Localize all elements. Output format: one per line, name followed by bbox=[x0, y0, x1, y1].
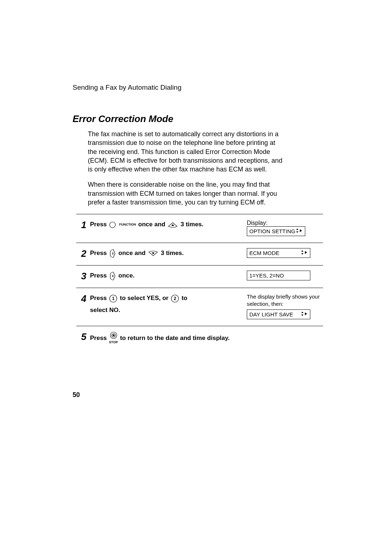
press-label: Press bbox=[90, 271, 107, 281]
step-5-instruction: Press STOP to return to the date and tim… bbox=[90, 331, 230, 345]
text-3-times: 3 times. bbox=[180, 219, 203, 230]
right-arrow-key-icon bbox=[109, 248, 116, 259]
keypad-2-icon: 2 bbox=[171, 294, 179, 303]
lcd-display: DAY LIGHT SAVE bbox=[247, 309, 310, 319]
lcd-display: ECM MODE bbox=[247, 248, 310, 258]
svg-point-9 bbox=[113, 335, 114, 336]
svg-text:1: 1 bbox=[112, 296, 115, 301]
stop-button-icon: STOP bbox=[109, 331, 118, 345]
paragraph-1: The fax machine is set to automatically … bbox=[88, 130, 286, 174]
text-select-no: select NO. bbox=[90, 305, 220, 316]
down-arrow-key-icon bbox=[148, 250, 159, 257]
step-number: 1 bbox=[76, 219, 86, 230]
svg-point-0 bbox=[110, 222, 115, 228]
text-select-yes: to select YES, or bbox=[120, 293, 168, 304]
press-label: Press bbox=[90, 333, 107, 344]
running-header: Sending a Fax by Automatic Dialing bbox=[73, 84, 323, 92]
svg-text:2: 2 bbox=[174, 296, 176, 301]
lcd-text: ECM MODE bbox=[249, 250, 301, 256]
lcd-text: DAY LIGHT SAVE bbox=[249, 311, 301, 317]
step-5: 5 Press STOP to return to the date and t… bbox=[76, 326, 323, 352]
steps-list: 1 Press FUNCTION once and 3 times. Displ… bbox=[76, 214, 323, 352]
paragraph-2: When there is considerable noise on the … bbox=[88, 180, 286, 207]
up-down-right-arrows-icon bbox=[301, 250, 308, 256]
press-label: Press bbox=[90, 293, 107, 304]
step-1: 1 Press FUNCTION once and 3 times. Displ… bbox=[76, 214, 323, 243]
lcd-display: OPTION SETTING bbox=[247, 226, 305, 236]
function-label: FUNCTION bbox=[119, 222, 136, 227]
text-once-and: once and bbox=[138, 219, 166, 230]
step-4: 4 Press 1 to select YES, or 2 to select … bbox=[76, 288, 323, 326]
step-4-instruction: Press 1 to select YES, or 2 to select NO… bbox=[90, 293, 220, 316]
step-number: 3 bbox=[76, 271, 86, 281]
manual-page: Sending a Fax by Automatic Dialing Error… bbox=[0, 0, 392, 555]
up-arrow-key-icon bbox=[167, 221, 178, 228]
stop-label: STOP bbox=[109, 340, 118, 345]
step-1-instruction: Press FUNCTION once and 3 times. bbox=[90, 219, 204, 230]
lcd-text: 1=YES, 2=NO bbox=[249, 272, 308, 279]
step-number: 4 bbox=[76, 293, 86, 303]
press-label: Press bbox=[90, 248, 107, 259]
section-title: Error Correction Mode bbox=[73, 113, 323, 125]
step-3-instruction: Press once. bbox=[90, 271, 135, 281]
text-3-times: 3 times. bbox=[161, 248, 184, 259]
lcd-text: OPTION SETTING bbox=[249, 228, 295, 234]
step-2-instruction: Press once and 3 times. bbox=[90, 248, 184, 259]
text-to: to bbox=[181, 293, 187, 304]
lcd-display: 1=YES, 2=NO bbox=[247, 271, 310, 280]
keypad-1-icon: 1 bbox=[109, 294, 118, 303]
step-3: 3 Press once. 1=YES, 2=NO bbox=[76, 265, 323, 288]
text-once-and: once and bbox=[118, 248, 146, 259]
step-number: 2 bbox=[76, 248, 86, 258]
svg-rect-2 bbox=[113, 275, 113, 277]
display-label: Display: bbox=[247, 220, 268, 226]
svg-rect-1 bbox=[113, 252, 113, 255]
function-button-icon bbox=[109, 221, 116, 228]
up-down-right-arrows-icon bbox=[301, 311, 308, 317]
step-number: 5 bbox=[76, 331, 86, 341]
text-return: to return to the date and time display. bbox=[120, 333, 230, 344]
right-arrow-key-icon bbox=[109, 271, 116, 281]
display-note: The display briefly shows your selection… bbox=[247, 293, 323, 307]
text-once: once. bbox=[118, 271, 134, 281]
press-label: Press bbox=[90, 219, 107, 230]
page-number: 50 bbox=[73, 391, 80, 399]
step-2: 2 Press once and 3 times. ECM MODE bbox=[76, 243, 323, 265]
up-down-right-arrows-icon bbox=[295, 228, 303, 234]
